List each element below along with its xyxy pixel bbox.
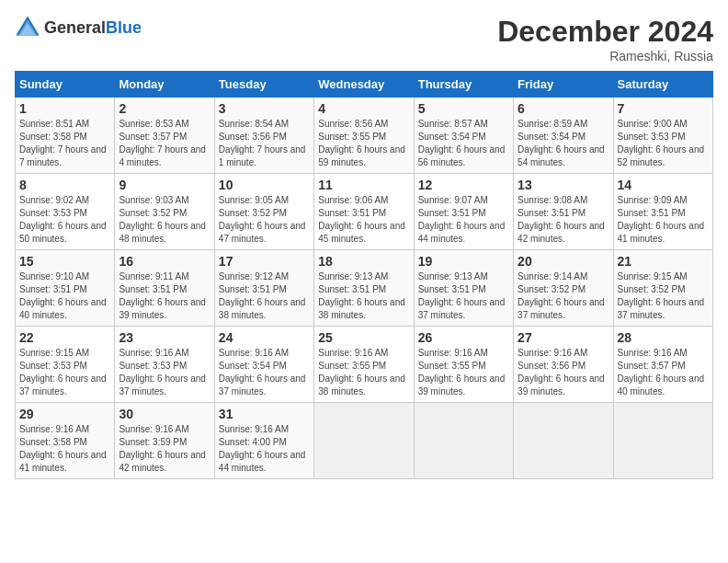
day-info: Sunrise: 9:15 AM Sunset: 3:53 PM Dayligh… — [19, 347, 110, 398]
calendar-cell: 28Sunrise: 9:16 AM Sunset: 3:57 PM Dayli… — [613, 327, 712, 403]
day-info: Sunrise: 9:03 AM Sunset: 3:52 PM Dayligh… — [119, 194, 210, 246]
day-number: 9 — [119, 178, 210, 192]
day-info: Sunrise: 9:16 AM Sunset: 3:55 PM Dayligh… — [318, 347, 409, 398]
week-row-4: 22Sunrise: 9:15 AM Sunset: 3:53 PM Dayli… — [16, 327, 713, 403]
day-number: 19 — [418, 254, 509, 269]
calendar-cell: 21Sunrise: 9:15 AM Sunset: 3:52 PM Dayli… — [613, 250, 712, 327]
day-number: 20 — [518, 254, 609, 269]
day-number: 24 — [219, 330, 310, 345]
title-section: December 2024 Rameshki, Russia — [497, 15, 713, 63]
week-row-5: 29Sunrise: 9:16 AM Sunset: 3:58 PM Dayli… — [16, 403, 713, 479]
day-info: Sunrise: 9:15 AM Sunset: 3:52 PM Dayligh… — [618, 270, 709, 322]
calendar-cell: 17Sunrise: 9:12 AM Sunset: 3:51 PM Dayli… — [214, 250, 313, 327]
calendar-cell: 30Sunrise: 9:16 AM Sunset: 3:59 PM Dayli… — [115, 403, 214, 479]
day-info: Sunrise: 9:16 AM Sunset: 3:55 PM Dayligh… — [418, 347, 509, 398]
calendar-cell: 10Sunrise: 9:05 AM Sunset: 3:52 PM Dayli… — [214, 174, 313, 250]
day-number: 30 — [119, 407, 210, 421]
header-day-saturday: Saturday — [613, 72, 712, 98]
day-info: Sunrise: 9:16 AM Sunset: 4:00 PM Dayligh… — [219, 423, 310, 475]
calendar-cell: 24Sunrise: 9:16 AM Sunset: 3:54 PM Dayli… — [214, 327, 313, 403]
calendar-cell: 18Sunrise: 9:13 AM Sunset: 3:51 PM Dayli… — [314, 250, 414, 327]
day-info: Sunrise: 9:11 AM Sunset: 3:51 PM Dayligh… — [119, 270, 210, 322]
day-number: 12 — [418, 178, 509, 192]
day-number: 10 — [219, 178, 310, 192]
calendar-cell: 13Sunrise: 9:08 AM Sunset: 3:51 PM Dayli… — [514, 174, 613, 250]
day-info: Sunrise: 9:07 AM Sunset: 3:51 PM Dayligh… — [418, 194, 509, 246]
day-number: 14 — [618, 178, 709, 192]
calendar-cell: 9Sunrise: 9:03 AM Sunset: 3:52 PM Daylig… — [115, 174, 214, 250]
day-number: 1 — [19, 101, 110, 116]
calendar-cell: 7Sunrise: 9:00 AM Sunset: 3:53 PM Daylig… — [613, 98, 712, 174]
calendar-cell: 2Sunrise: 8:53 AM Sunset: 3:57 PM Daylig… — [115, 98, 214, 174]
calendar-cell: 11Sunrise: 9:06 AM Sunset: 3:51 PM Dayli… — [314, 174, 414, 250]
day-number: 8 — [19, 178, 110, 192]
header-row: SundayMondayTuesdayWednesdayThursdayFrid… — [16, 72, 713, 98]
calendar-cell: 5Sunrise: 8:57 AM Sunset: 3:54 PM Daylig… — [414, 98, 513, 174]
day-info: Sunrise: 9:16 AM Sunset: 3:59 PM Dayligh… — [119, 423, 210, 475]
calendar-cell: 15Sunrise: 9:10 AM Sunset: 3:51 PM Dayli… — [16, 250, 115, 327]
day-number: 13 — [518, 178, 609, 192]
day-info: Sunrise: 8:53 AM Sunset: 3:57 PM Dayligh… — [119, 118, 210, 169]
calendar-cell — [414, 403, 513, 479]
logo-general: General — [44, 18, 106, 37]
day-number: 7 — [618, 101, 709, 116]
day-info: Sunrise: 8:59 AM Sunset: 3:54 PM Dayligh… — [518, 118, 609, 169]
day-number: 31 — [219, 407, 310, 421]
calendar-cell: 3Sunrise: 8:54 AM Sunset: 3:56 PM Daylig… — [214, 98, 313, 174]
header-day-thursday: Thursday — [414, 72, 513, 98]
calendar-cell: 6Sunrise: 8:59 AM Sunset: 3:54 PM Daylig… — [514, 98, 613, 174]
day-number: 21 — [618, 254, 709, 269]
calendar-cell: 14Sunrise: 9:09 AM Sunset: 3:51 PM Dayli… — [613, 174, 712, 250]
calendar-cell: 23Sunrise: 9:16 AM Sunset: 3:53 PM Dayli… — [115, 327, 214, 403]
calendar-cell: 25Sunrise: 9:16 AM Sunset: 3:55 PM Dayli… — [314, 327, 414, 403]
day-info: Sunrise: 9:16 AM Sunset: 3:54 PM Dayligh… — [219, 347, 310, 398]
day-number: 2 — [119, 101, 210, 116]
day-info: Sunrise: 9:16 AM Sunset: 3:57 PM Dayligh… — [618, 347, 709, 398]
day-info: Sunrise: 9:13 AM Sunset: 3:51 PM Dayligh… — [418, 270, 509, 322]
day-info: Sunrise: 9:16 AM Sunset: 3:56 PM Dayligh… — [518, 347, 609, 398]
day-number: 23 — [119, 330, 210, 345]
day-number: 25 — [318, 330, 409, 345]
logo-icon — [15, 15, 40, 40]
day-number: 22 — [19, 330, 110, 345]
day-number: 4 — [318, 101, 409, 116]
day-info: Sunrise: 9:12 AM Sunset: 3:51 PM Dayligh… — [219, 270, 310, 322]
day-info: Sunrise: 8:54 AM Sunset: 3:56 PM Dayligh… — [219, 118, 310, 169]
header-day-monday: Monday — [115, 72, 214, 98]
day-info: Sunrise: 9:08 AM Sunset: 3:51 PM Dayligh… — [518, 194, 609, 246]
calendar-cell: 12Sunrise: 9:07 AM Sunset: 3:51 PM Dayli… — [414, 174, 513, 250]
day-info: Sunrise: 8:56 AM Sunset: 3:55 PM Dayligh… — [318, 118, 409, 169]
calendar-cell: 27Sunrise: 9:16 AM Sunset: 3:56 PM Dayli… — [514, 327, 613, 403]
day-number: 5 — [418, 101, 509, 116]
calendar-cell: 16Sunrise: 9:11 AM Sunset: 3:51 PM Dayli… — [115, 250, 214, 327]
week-row-1: 1Sunrise: 8:51 AM Sunset: 3:58 PM Daylig… — [16, 98, 713, 174]
day-number: 16 — [119, 254, 210, 269]
day-number: 26 — [418, 330, 509, 345]
day-info: Sunrise: 9:02 AM Sunset: 3:53 PM Dayligh… — [19, 194, 110, 246]
calendar-cell: 19Sunrise: 9:13 AM Sunset: 3:51 PM Dayli… — [414, 250, 513, 327]
day-number: 28 — [618, 330, 709, 345]
day-info: Sunrise: 9:10 AM Sunset: 3:51 PM Dayligh… — [19, 270, 110, 322]
day-info: Sunrise: 8:51 AM Sunset: 3:58 PM Dayligh… — [19, 118, 110, 169]
day-info: Sunrise: 9:00 AM Sunset: 3:53 PM Dayligh… — [618, 118, 709, 169]
day-number: 15 — [19, 254, 110, 269]
calendar-cell: 22Sunrise: 9:15 AM Sunset: 3:53 PM Dayli… — [16, 327, 115, 403]
day-info: Sunrise: 9:14 AM Sunset: 3:52 PM Dayligh… — [518, 270, 609, 322]
calendar-cell: 4Sunrise: 8:56 AM Sunset: 3:55 PM Daylig… — [314, 98, 414, 174]
calendar-cell: 26Sunrise: 9:16 AM Sunset: 3:55 PM Dayli… — [414, 327, 513, 403]
calendar-cell: 31Sunrise: 9:16 AM Sunset: 4:00 PM Dayli… — [214, 403, 313, 479]
day-number: 3 — [219, 101, 310, 116]
day-info: Sunrise: 9:05 AM Sunset: 3:52 PM Dayligh… — [219, 194, 310, 246]
day-info: Sunrise: 9:09 AM Sunset: 3:51 PM Dayligh… — [618, 194, 709, 246]
header-day-friday: Friday — [514, 72, 613, 98]
day-number: 27 — [518, 330, 609, 345]
logo-text: GeneralBlue — [44, 18, 142, 38]
calendar-cell: 8Sunrise: 9:02 AM Sunset: 3:53 PM Daylig… — [16, 174, 115, 250]
day-number: 17 — [219, 254, 310, 269]
day-info: Sunrise: 9:13 AM Sunset: 3:51 PM Dayligh… — [318, 270, 409, 322]
header-day-sunday: Sunday — [16, 72, 115, 98]
logo: GeneralBlue — [15, 15, 142, 40]
day-number: 11 — [318, 178, 409, 192]
header-day-tuesday: Tuesday — [214, 72, 313, 98]
day-number: 6 — [518, 101, 609, 116]
